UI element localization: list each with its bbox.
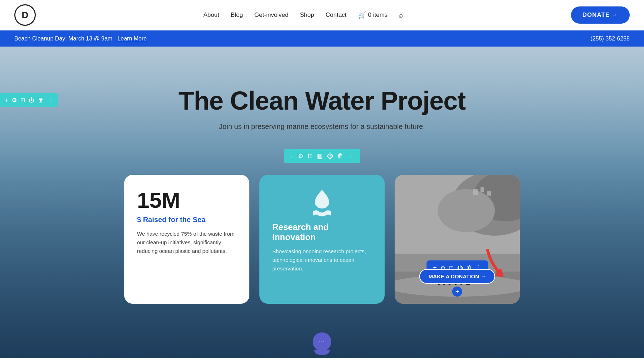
cart-button[interactable]: 🛒 0 items [358,11,388,19]
toolbar-settings-icon[interactable]: ⚙ [12,97,17,104]
header: D About Blog Get-involved Shop Contact 🛒… [0,0,644,30]
chatbot-body [314,350,330,355]
add-block-button[interactable]: + [452,287,462,297]
section-add-icon[interactable]: + [290,153,294,160]
stat-subtitle: $ Raised for the Sea [137,216,236,224]
nav-blog[interactable]: Blog [231,11,243,19]
stat-body: We have recycled 75% of the waste from o… [137,230,236,255]
hero-section: + ⚙ ⊡ ⏻ 🗑 ⋮ The Clean Water Project Join… [0,47,644,358]
section-toolbar: + ⚙ ⊡ ▦ ⏻ 🗑 ⋮ [284,149,360,163]
section-power-icon[interactable]: ⏻ [327,153,333,160]
section-delete-icon[interactable]: 🗑 [337,153,343,160]
main-nav: About Blog Get-involved Shop Contact 🛒 0… [203,11,403,19]
research-card: Research and Innovation Showcasing ongoi… [259,175,385,304]
water-drop-icon [272,189,372,216]
svg-rect-5 [480,187,484,192]
toolbar-more-icon[interactable]: ⋮ [47,97,53,104]
hero-subtitle: Join us in preserving marine ecosystems … [179,123,466,131]
svg-rect-6 [487,191,491,196]
phone-number: (255) 352-6258 [591,35,630,42]
hero-title: The Clean Water Project [179,86,466,115]
nav-shop[interactable]: Shop [300,11,314,19]
toolbar-power-icon[interactable]: ⏻ [29,97,34,104]
stat-number: 15M [137,189,236,211]
section-settings-icon[interactable]: ⚙ [298,152,303,160]
nav-contact[interactable]: Contact [326,11,347,19]
stat-card: 15M $ Raised for the Sea We have recycle… [124,175,249,304]
hero-content: The Clean Water Project Join us in prese… [179,86,466,131]
cart-icon: 🛒 [358,11,366,19]
search-icon[interactable]: ⌕ [399,11,403,19]
research-card-body: Showcasing ongoing research projects, te… [272,247,372,273]
section-duplicate-icon[interactable]: ⊡ [308,152,313,160]
logo-area: D [14,4,36,26]
cards-row: 15M $ Raised for the Sea We have recycle… [96,175,548,304]
research-card-title: Research and Innovation [272,222,372,242]
announcement-bar: Beach Cleanup Day: March 13 @ 9am - Lear… [0,30,644,47]
toolbar-delete-icon[interactable]: 🗑 [38,97,44,104]
section-grid-icon[interactable]: ▦ [317,152,323,160]
chatbot-avatar[interactable]: ··· [313,332,331,355]
chatbot-bubble[interactable]: ··· [313,332,331,351]
learn-more-link[interactable]: Learn More [117,35,147,42]
nav-about[interactable]: About [203,11,219,19]
donate-button[interactable]: DONATE → [571,6,630,24]
nav-get-involved[interactable]: Get-involved [254,11,288,19]
image-card: + ⚙ ⊡ ⏻ 🗑 ⋮ MAKE A DONATION → + [395,175,520,304]
toolbar-add-icon[interactable]: + [5,97,8,104]
svg-point-3 [438,189,495,232]
svg-rect-4 [473,189,478,195]
cart-count: 0 items [368,11,388,19]
logo-icon[interactable]: D [14,4,36,26]
editor-toolbar-top: + ⚙ ⊡ ⏻ 🗑 ⋮ [0,93,58,107]
announcement-text: Beach Cleanup Day: March 13 @ 9am - Lear… [14,35,147,42]
toolbar-duplicate-icon[interactable]: ⊡ [20,97,25,104]
section-more-icon[interactable]: ⋮ [348,152,354,160]
